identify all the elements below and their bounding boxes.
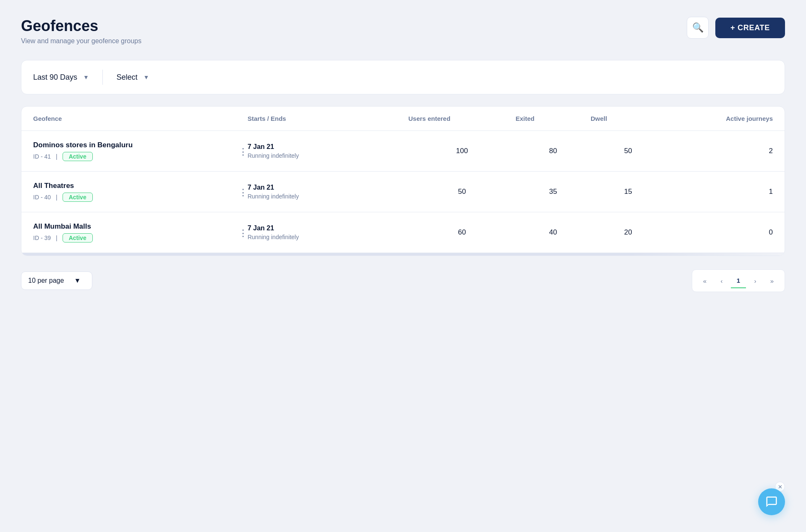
more-options-button-2[interactable]: ⋮ <box>238 186 248 197</box>
more-options-button-1[interactable]: ⋮ <box>238 146 248 156</box>
status-badge-2: Active <box>63 193 93 202</box>
table-header-row: Geofence Starts / Ends Users entered Exi… <box>21 107 785 131</box>
geo-id-1: ID - 41 <box>33 153 51 160</box>
search-icon: 🔍 <box>692 22 704 33</box>
select-label: Select <box>116 73 137 82</box>
col-geofence: Geofence <box>33 115 248 122</box>
col-exited: Exited <box>516 115 591 122</box>
geo-name-1: Dominos stores in Bengaluru <box>33 141 235 149</box>
last-page-button[interactable]: » <box>764 273 780 288</box>
pagination-controls: « ‹ 1 › » <box>692 269 785 292</box>
select-dropdown[interactable]: Select ▼ <box>116 73 162 82</box>
first-page-button[interactable]: « <box>697 273 712 288</box>
per-page-label: 10 per page <box>28 277 64 284</box>
geo-id-2: ID - 40 <box>33 194 51 201</box>
geo-info-1: Dominos stores in Bengaluru ID - 41 | Ac… <box>33 141 235 161</box>
table-row: All Mumbai Malls ID - 39 | Active ⋮ 7 Ja… <box>21 212 785 253</box>
users-entered-2: 50 <box>408 188 516 196</box>
geo-meta-2: ID - 40 | Active <box>33 193 235 202</box>
geo-cell-3: All Mumbai Malls ID - 39 | Active ⋮ <box>33 222 248 243</box>
geo-cell-2: All Theatres ID - 40 | Active ⋮ <box>33 182 248 202</box>
status-badge-3: Active <box>63 233 93 243</box>
starts-ends-1: 7 Jan 21 Running indefinitely <box>248 143 408 159</box>
close-icon: ✕ <box>778 484 782 490</box>
geo-info-3: All Mumbai Malls ID - 39 | Active <box>33 222 235 243</box>
page-subtitle: View and manage your geofence groups <box>21 37 141 45</box>
col-starts-ends: Starts / Ends <box>248 115 408 122</box>
separator-2: | <box>56 194 58 201</box>
users-entered-3: 60 <box>408 228 516 237</box>
exited-3: 40 <box>516 228 591 237</box>
dwell-2: 15 <box>591 188 666 196</box>
separator-1: | <box>56 153 58 160</box>
prev-page-button[interactable]: ‹ <box>714 273 729 288</box>
active-journeys-3: 0 <box>666 228 773 237</box>
dwell-3: 20 <box>591 228 666 237</box>
start-date-1: 7 Jan 21 <box>248 143 408 151</box>
create-button[interactable]: + CREATE <box>715 18 785 38</box>
per-page-dropdown[interactable]: 10 per page ▼ <box>21 271 92 290</box>
starts-ends-3: 7 Jan 21 Running indefinitely <box>248 224 408 240</box>
next-page-button[interactable]: › <box>748 273 763 288</box>
table-footer: 10 per page ▼ « ‹ 1 › » <box>21 269 785 292</box>
geo-meta-3: ID - 39 | Active <box>33 233 235 243</box>
chevron-down-icon-2: ▼ <box>143 74 149 81</box>
col-active-journeys: Active journeys <box>666 115 773 122</box>
col-dwell: Dwell <box>591 115 666 122</box>
date-range-label: Last 90 Days <box>33 73 77 82</box>
separator-3: | <box>56 235 58 241</box>
chat-bubble-button[interactable] <box>758 488 785 515</box>
page-header: Geofences View and manage your geofence … <box>21 17 785 45</box>
geo-meta-1: ID - 41 | Active <box>33 152 235 161</box>
more-options-button-3[interactable]: ⋮ <box>238 227 248 238</box>
exited-1: 80 <box>516 147 591 155</box>
starts-ends-2: 7 Jan 21 Running indefinitely <box>248 184 408 200</box>
filters-bar: Last 90 Days ▼ Select ▼ <box>21 60 785 94</box>
geo-name-2: All Theatres <box>33 182 235 190</box>
start-date-3: 7 Jan 21 <box>248 224 408 232</box>
start-sub-1: Running indefinitely <box>248 152 408 159</box>
page-1-button[interactable]: 1 <box>731 273 746 288</box>
title-block: Geofences View and manage your geofence … <box>21 17 141 45</box>
table-row: Dominos stores in Bengaluru ID - 41 | Ac… <box>21 131 785 172</box>
start-sub-3: Running indefinitely <box>248 234 408 240</box>
date-range-dropdown[interactable]: Last 90 Days ▼ <box>33 73 102 82</box>
exited-2: 35 <box>516 188 591 196</box>
col-users-entered: Users entered <box>408 115 516 122</box>
table-row: All Theatres ID - 40 | Active ⋮ 7 Jan 21… <box>21 172 785 212</box>
scroll-indicator <box>21 253 785 256</box>
filter-divider <box>102 70 103 85</box>
start-date-2: 7 Jan 21 <box>248 184 408 191</box>
geo-info-2: All Theatres ID - 40 | Active <box>33 182 235 202</box>
header-actions: 🔍 + CREATE <box>687 17 785 39</box>
geofence-table: Geofence Starts / Ends Users entered Exi… <box>21 106 785 256</box>
search-button[interactable]: 🔍 <box>687 17 709 39</box>
users-entered-1: 100 <box>408 147 516 155</box>
dwell-1: 50 <box>591 147 666 155</box>
chevron-down-icon-3: ▼ <box>74 277 81 284</box>
start-sub-2: Running indefinitely <box>248 193 408 200</box>
chevron-down-icon: ▼ <box>83 74 89 81</box>
geo-name-3: All Mumbai Malls <box>33 222 235 231</box>
geo-cell-1: Dominos stores in Bengaluru ID - 41 | Ac… <box>33 141 248 161</box>
page-title: Geofences <box>21 17 141 35</box>
status-badge-1: Active <box>63 152 93 161</box>
chat-icon <box>765 495 778 508</box>
active-journeys-1: 2 <box>666 147 773 155</box>
active-journeys-2: 1 <box>666 188 773 196</box>
geo-id-3: ID - 39 <box>33 235 51 241</box>
